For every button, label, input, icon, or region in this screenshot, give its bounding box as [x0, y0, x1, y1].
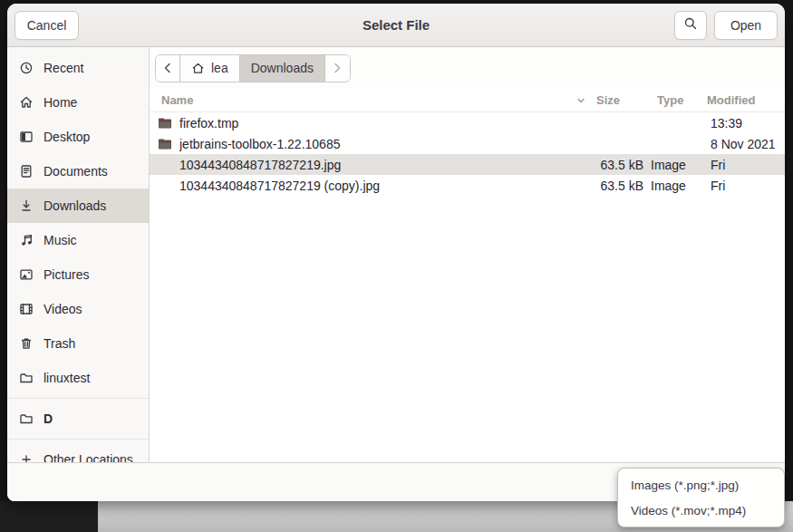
file-browser-pane: lea Downloads Name Size Type Modified: [150, 47, 785, 462]
sidebar-item-d[interactable]: D: [7, 401, 149, 436]
headerbar: Select File Cancel Open: [7, 4, 785, 47]
folder-icon: [19, 371, 34, 385]
breadcrumb-downloads[interactable]: Downloads: [240, 55, 325, 82]
sidebar-item-label: Recent: [44, 61, 83, 75]
clock-icon: [19, 61, 34, 75]
file-chooser-dialog: Select File Cancel Open Recent Home: [7, 4, 785, 501]
pathbar-row: lea Downloads: [150, 47, 785, 89]
document-icon: [19, 164, 34, 179]
file-row-firefox-tmp[interactable]: firefox.tmp 13:39: [150, 112, 785, 133]
places-sidebar: Recent Home Desktop Documents: [7, 47, 150, 462]
open-button[interactable]: Open: [714, 11, 778, 40]
filter-option-videos[interactable]: Videos (*.mov;*.mp4): [618, 498, 784, 523]
file-name: 10344340848717827219 (copy).jpg: [179, 179, 559, 193]
home-icon: [191, 62, 205, 75]
desktop-icon: [19, 130, 34, 144]
breadcrumb-home-label: lea: [211, 61, 228, 75]
sidebar-item-label: Videos: [44, 302, 82, 316]
folder-icon: [158, 137, 172, 151]
sidebar-item-documents[interactable]: Documents: [7, 154, 149, 189]
plus-icon: [19, 452, 34, 462]
sidebar-item-label: Downloads: [44, 198, 106, 213]
folder-icon: [19, 411, 34, 426]
forward-chevron-icon: [333, 63, 342, 73]
sidebar-item-videos[interactable]: Videos: [7, 292, 149, 326]
column-header-modified[interactable]: Modified: [707, 93, 785, 107]
film-icon: [19, 302, 34, 316]
column-header-name[interactable]: Name: [161, 93, 193, 107]
sidebar-item-trash[interactable]: Trash: [7, 326, 149, 361]
sidebar-item-desktop[interactable]: Desktop: [7, 120, 149, 154]
search-icon: [683, 16, 698, 34]
sidebar-item-label: Other Locations: [44, 452, 133, 462]
sidebar-item-downloads[interactable]: Downloads: [7, 189, 149, 223]
sidebar-item-label: Pictures: [44, 267, 90, 282]
file-name: firefox.tmp: [179, 116, 559, 131]
file-modified: 13:39: [711, 116, 778, 131]
sort-descending-icon: [574, 93, 588, 108]
back-button[interactable]: [156, 55, 180, 82]
back-chevron-icon: [163, 63, 172, 73]
file-filter-popup: Images (*.png;*.jpg) Videos (*.mov;*.mp4…: [617, 468, 785, 527]
sidebar-item-recent[interactable]: Recent: [7, 51, 149, 85]
column-header-type[interactable]: Type: [657, 93, 707, 107]
file-size: 63.5 kB: [566, 158, 643, 172]
image-file-icon: [158, 158, 172, 172]
background-dark-area: [0, 501, 98, 532]
sidebar-item-music[interactable]: Music: [7, 223, 149, 257]
sidebar-separator: [7, 398, 149, 399]
breadcrumb-home[interactable]: lea: [180, 55, 240, 82]
sidebar-item-label: Home: [44, 95, 77, 110]
column-header-size[interactable]: Size: [596, 93, 657, 107]
sidebar-item-label: Trash: [44, 336, 75, 351]
file-name: jetbrains-toolbox-1.22.10685: [179, 137, 559, 151]
trash-icon: [19, 336, 34, 351]
sidebar-item-label: Documents: [44, 164, 108, 179]
file-modified: 8 Nov 2021: [711, 137, 778, 151]
image-file-icon: [158, 179, 172, 193]
home-icon: [19, 95, 34, 110]
sidebar-item-label: Desktop: [44, 130, 90, 144]
file-name: 10344340848717827219.jpg: [179, 158, 559, 172]
sidebar-item-label: D: [44, 411, 53, 426]
sidebar-item-other-locations[interactable]: Other Locations: [7, 442, 149, 462]
file-type: Image: [651, 158, 703, 172]
file-list: firefox.tmp 13:39 jetbrains-toolbox-1.22…: [150, 112, 785, 462]
file-row-jpg-selected[interactable]: 10344340848717827219.jpg 63.5 kB Image F…: [150, 154, 785, 175]
cancel-button[interactable]: Cancel: [15, 11, 79, 40]
search-button[interactable]: [674, 11, 707, 40]
file-modified: Fri: [711, 158, 778, 172]
sidebar-item-home[interactable]: Home: [7, 85, 149, 120]
file-size: 63.5 kB: [566, 179, 643, 193]
folder-icon: [158, 116, 172, 131]
list-column-headers: Name Size Type Modified: [150, 89, 785, 112]
sidebar-item-linuxtest[interactable]: linuxtest: [7, 361, 149, 395]
sidebar-item-label: linuxtest: [44, 371, 90, 385]
photo-icon: [19, 267, 34, 282]
pathbar: lea Downloads: [155, 54, 351, 82]
file-row-jetbrains-toolbox[interactable]: jetbrains-toolbox-1.22.10685 8 Nov 2021: [150, 133, 785, 154]
file-modified: Fri: [711, 179, 778, 193]
music-note-icon: [19, 233, 34, 247]
dialog-title: Select File: [7, 17, 785, 33]
sidebar-separator: [7, 439, 149, 440]
file-type: Image: [651, 179, 703, 193]
sidebar-item-pictures[interactable]: Pictures: [7, 257, 149, 292]
forward-button[interactable]: [325, 55, 350, 82]
dialog-content: Recent Home Desktop Documents: [7, 47, 785, 462]
download-icon: [19, 198, 34, 213]
sidebar-item-label: Music: [44, 233, 77, 247]
filter-option-images[interactable]: Images (*.png;*.jpg): [618, 472, 784, 498]
file-row-jpg-copy[interactable]: 10344340848717827219 (copy).jpg 63.5 kB …: [150, 175, 785, 196]
